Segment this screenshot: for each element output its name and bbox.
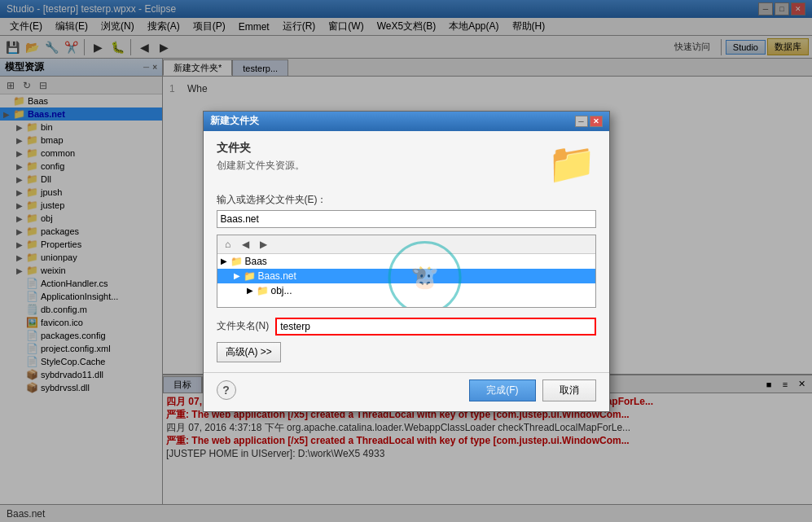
dialog-overlay: 新建文件夹 ─ ✕ 文件夹 创建新文件夹资源。 📁 输入或选择父文件夹(E)： <box>0 0 812 522</box>
dialog-tree-back-btn[interactable]: ◀ <box>239 237 253 252</box>
cancel-button[interactable]: 取消 <box>542 379 596 401</box>
parent-folder-label: 输入或选择父文件夹(E)： <box>217 193 596 207</box>
dialog-tree-arrow-icon: ▶ <box>234 271 240 280</box>
folder-large-icon: 📁 <box>547 141 596 186</box>
dialog-tree-item-label: Baas.net <box>258 270 296 282</box>
dialog-title-controls: ─ ✕ <box>575 116 603 127</box>
dialog-title: 新建文件夹 <box>210 114 259 128</box>
help-button[interactable]: ? <box>217 380 236 400</box>
new-folder-dialog: 新建文件夹 ─ ✕ 文件夹 创建新文件夹资源。 📁 输入或选择父文件夹(E)： <box>203 111 610 412</box>
folder-name-row: 文件夹名(N) <box>217 318 596 336</box>
dialog-section-title: 文件夹 <box>217 141 547 156</box>
dialog-tree-item-label: obj... <box>271 285 292 296</box>
dialog-tree-item-label: Baas <box>245 256 267 267</box>
dialog-tree-folder-icon: 📁 <box>244 270 256 282</box>
dialog-tree-fwd-btn[interactable]: ▶ <box>257 237 271 252</box>
advanced-button[interactable]: 高级(A) >> <box>217 342 281 362</box>
dialog-description: 创建新文件夹资源。 <box>217 159 547 173</box>
dialog-tree-toolbar: ⌂ ◀ ▶ <box>217 235 595 254</box>
dialog-tree-item[interactable]: ▶📁Baas.net <box>217 269 595 283</box>
dialog-tree-item[interactable]: ▶📁obj... <box>217 283 595 298</box>
dialog-tree-item[interactable]: ▶📁Baas <box>217 254 595 269</box>
dialog-tree-arrow-icon: ▶ <box>247 286 253 295</box>
dialog-tree-home-btn[interactable]: ⌂ <box>221 237 235 252</box>
parent-folder-input[interactable] <box>217 210 596 228</box>
dialog-minimize-btn[interactable]: ─ <box>575 116 588 127</box>
folder-name-input[interactable] <box>275 318 595 336</box>
folder-name-label: 文件夹名(N) <box>217 319 270 333</box>
dialog-folder-tree: ⌂ ◀ ▶ ▶📁Baas▶📁Baas.net▶📁obj... 🐮 小牛知识库 X… <box>217 235 596 308</box>
dialog-body: 文件夹 创建新文件夹资源。 📁 输入或选择父文件夹(E)： ⌂ ◀ ▶ <box>204 131 609 372</box>
dialog-tree-arrow-icon: ▶ <box>221 257 227 265</box>
dialog-title-bar: 新建文件夹 ─ ✕ <box>204 112 609 131</box>
dialog-tree-folder-icon: 📁 <box>230 256 243 267</box>
finish-button[interactable]: 完成(F) <box>469 379 535 401</box>
dialog-footer: ? 完成(F) 取消 <box>204 372 609 411</box>
dialog-close-btn[interactable]: ✕ <box>590 116 603 127</box>
dialog-tree-folder-icon: 📁 <box>257 285 269 296</box>
